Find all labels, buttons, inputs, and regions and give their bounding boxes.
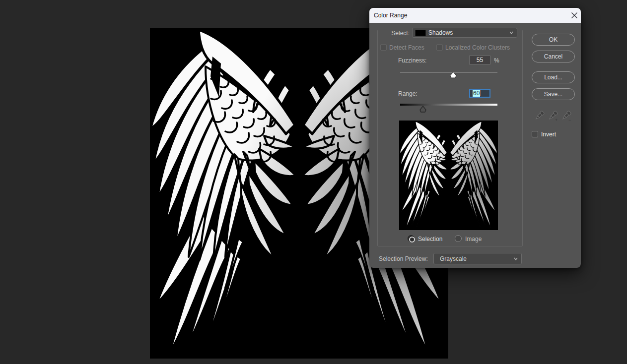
save-button[interactable]: Save... — [532, 88, 575, 100]
selection-radio-label: Selection — [418, 236, 442, 243]
localized-clusters-label: Localized Color Clusters — [445, 44, 510, 51]
shadows-swatch — [415, 30, 426, 36]
select-dropdown[interactable]: Shadows — [412, 28, 517, 38]
localized-clusters-checkbox[interactable] — [436, 44, 443, 51]
detect-faces-label: Detect Faces — [389, 44, 424, 51]
range-label: Range: — [398, 90, 418, 97]
chevron-down-icon — [509, 31, 513, 35]
fuzziness-label: Fuzziness: — [398, 57, 426, 64]
eyedropper-plus-icon[interactable]: + — [547, 109, 559, 122]
color-range-dialog: Color Range Select: Shadows Detect Faces… — [369, 8, 581, 268]
select-value: Shadows — [428, 29, 453, 36]
selection-preview-dropdown[interactable]: Grayscale — [433, 253, 522, 264]
fuzziness-slider-thumb[interactable] — [450, 71, 457, 78]
load-button[interactable]: Load... — [532, 71, 575, 83]
svg-text:−: − — [568, 118, 571, 122]
dialog-title: Color Range — [374, 12, 407, 19]
selection-radio[interactable] — [408, 235, 415, 242]
close-icon[interactable] — [569, 10, 580, 20]
text-caret — [480, 90, 481, 96]
eyedropper-minus-icon[interactable]: − — [560, 109, 572, 122]
svg-text:+: + — [555, 118, 557, 122]
invert-checkbox[interactable] — [532, 131, 538, 137]
selection-preview-thumbnail[interactable] — [399, 121, 498, 230]
image-radio-label: Image — [465, 236, 482, 243]
cancel-button[interactable]: Cancel — [532, 51, 575, 62]
dialog-titlebar[interactable]: Color Range — [369, 8, 581, 23]
range-slider-thumb[interactable] — [419, 106, 426, 113]
invert-label: Invert — [541, 131, 556, 138]
range-value-selected-text: 60 — [473, 90, 480, 97]
fuzziness-slider-track[interactable] — [400, 72, 497, 73]
fuzziness-input[interactable]: 55 — [469, 56, 490, 64]
select-label: Select: — [377, 30, 410, 37]
selection-preview-value: Grayscale — [440, 255, 467, 262]
range-input[interactable]: 60 — [469, 89, 490, 98]
ok-button[interactable]: OK — [532, 34, 575, 46]
chevron-down-icon — [514, 257, 518, 261]
detect-faces-checkbox[interactable] — [380, 44, 387, 51]
eyedropper-icon[interactable] — [534, 109, 546, 122]
image-radio[interactable] — [455, 235, 462, 242]
range-slider-track[interactable] — [400, 104, 497, 106]
fuzziness-unit: % — [494, 57, 499, 64]
selection-preview-label: Selection Preview: — [379, 255, 428, 262]
